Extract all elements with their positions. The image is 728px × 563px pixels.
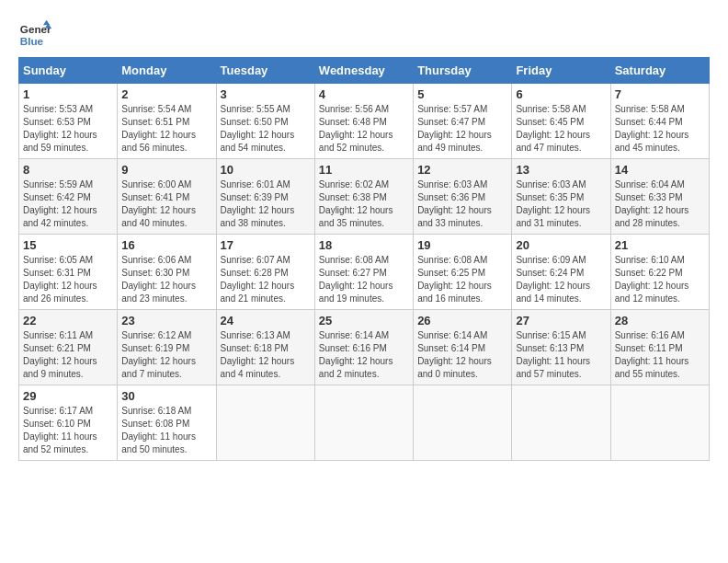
day-info: Sunrise: 5:58 AM Sunset: 6:45 PM Dayligh… bbox=[516, 103, 606, 155]
weekday-header-friday: Friday bbox=[512, 58, 610, 84]
week-row-3: 15Sunrise: 6:05 AM Sunset: 6:31 PM Dayli… bbox=[19, 235, 710, 310]
day-info: Sunrise: 6:10 AM Sunset: 6:22 PM Dayligh… bbox=[615, 254, 705, 305]
week-row-2: 8Sunrise: 5:59 AM Sunset: 6:42 PM Daylig… bbox=[19, 159, 710, 235]
day-cell: 24Sunrise: 6:13 AM Sunset: 6:18 PM Dayli… bbox=[216, 310, 314, 385]
weekday-header-row: SundayMondayTuesdayWednesdayThursdayFrid… bbox=[19, 58, 710, 84]
day-info: Sunrise: 6:03 AM Sunset: 6:35 PM Dayligh… bbox=[516, 178, 606, 230]
day-number: 22 bbox=[23, 314, 113, 327]
day-cell bbox=[512, 385, 610, 461]
day-cell: 17Sunrise: 6:07 AM Sunset: 6:28 PM Dayli… bbox=[216, 235, 314, 310]
day-number: 13 bbox=[516, 163, 606, 177]
day-info: Sunrise: 6:17 AM Sunset: 6:10 PM Dayligh… bbox=[23, 405, 113, 456]
day-number: 14 bbox=[615, 163, 705, 177]
calendar-table: SundayMondayTuesdayWednesdayThursdayFrid… bbox=[18, 57, 710, 461]
day-info: Sunrise: 6:05 AM Sunset: 6:31 PM Dayligh… bbox=[23, 254, 113, 305]
day-info: Sunrise: 6:09 AM Sunset: 6:24 PM Dayligh… bbox=[516, 254, 606, 305]
day-info: Sunrise: 5:54 AM Sunset: 6:51 PM Dayligh… bbox=[121, 103, 211, 155]
weekday-header-saturday: Saturday bbox=[610, 58, 709, 84]
week-row-5: 29Sunrise: 6:17 AM Sunset: 6:10 PM Dayli… bbox=[19, 385, 710, 461]
day-cell: 21Sunrise: 6:10 AM Sunset: 6:22 PM Dayli… bbox=[610, 235, 709, 310]
weekday-header-monday: Monday bbox=[118, 58, 216, 84]
day-number: 6 bbox=[516, 87, 606, 101]
day-number: 1 bbox=[23, 87, 113, 101]
day-cell: 6Sunrise: 5:58 AM Sunset: 6:45 PM Daylig… bbox=[512, 84, 610, 159]
day-info: Sunrise: 6:08 AM Sunset: 6:25 PM Dayligh… bbox=[417, 254, 507, 305]
weekday-header-tuesday: Tuesday bbox=[216, 58, 314, 84]
day-number: 17 bbox=[221, 238, 311, 252]
day-info: Sunrise: 6:11 AM Sunset: 6:21 PM Dayligh… bbox=[23, 329, 113, 381]
day-number: 11 bbox=[319, 163, 409, 177]
day-cell: 5Sunrise: 5:57 AM Sunset: 6:47 PM Daylig… bbox=[414, 84, 512, 159]
day-number: 15 bbox=[23, 238, 113, 252]
day-info: Sunrise: 6:04 AM Sunset: 6:33 PM Dayligh… bbox=[615, 178, 705, 230]
day-cell: 26Sunrise: 6:14 AM Sunset: 6:14 PM Dayli… bbox=[414, 310, 512, 385]
svg-text:Blue: Blue bbox=[20, 35, 44, 47]
day-info: Sunrise: 6:14 AM Sunset: 6:16 PM Dayligh… bbox=[319, 329, 409, 381]
day-number: 24 bbox=[221, 314, 311, 327]
day-cell: 18Sunrise: 6:08 AM Sunset: 6:27 PM Dayli… bbox=[314, 235, 413, 310]
day-info: Sunrise: 5:56 AM Sunset: 6:48 PM Dayligh… bbox=[319, 103, 409, 155]
day-number: 5 bbox=[417, 87, 507, 101]
day-info: Sunrise: 6:18 AM Sunset: 6:08 PM Dayligh… bbox=[121, 405, 211, 456]
day-cell: 11Sunrise: 6:02 AM Sunset: 6:38 PM Dayli… bbox=[314, 159, 413, 235]
day-info: Sunrise: 6:12 AM Sunset: 6:19 PM Dayligh… bbox=[121, 329, 211, 381]
day-cell: 27Sunrise: 6:15 AM Sunset: 6:13 PM Dayli… bbox=[512, 310, 610, 385]
day-info: Sunrise: 5:57 AM Sunset: 6:47 PM Dayligh… bbox=[417, 103, 507, 155]
day-info: Sunrise: 6:00 AM Sunset: 6:41 PM Dayligh… bbox=[121, 178, 211, 230]
day-cell: 16Sunrise: 6:06 AM Sunset: 6:30 PM Dayli… bbox=[118, 235, 216, 310]
day-cell bbox=[414, 385, 512, 461]
day-info: Sunrise: 6:13 AM Sunset: 6:18 PM Dayligh… bbox=[221, 329, 311, 381]
day-number: 2 bbox=[121, 87, 211, 101]
day-info: Sunrise: 6:01 AM Sunset: 6:39 PM Dayligh… bbox=[221, 178, 311, 230]
day-info: Sunrise: 5:59 AM Sunset: 6:42 PM Dayligh… bbox=[23, 178, 113, 230]
week-row-1: 1Sunrise: 5:53 AM Sunset: 6:53 PM Daylig… bbox=[19, 84, 710, 159]
day-cell: 7Sunrise: 5:58 AM Sunset: 6:44 PM Daylig… bbox=[610, 84, 709, 159]
day-number: 10 bbox=[221, 163, 311, 177]
page-header: General Blue bbox=[18, 18, 710, 52]
day-info: Sunrise: 6:07 AM Sunset: 6:28 PM Dayligh… bbox=[221, 254, 311, 305]
day-info: Sunrise: 5:58 AM Sunset: 6:44 PM Dayligh… bbox=[615, 103, 705, 155]
day-cell: 13Sunrise: 6:03 AM Sunset: 6:35 PM Dayli… bbox=[512, 159, 610, 235]
day-cell: 10Sunrise: 6:01 AM Sunset: 6:39 PM Dayli… bbox=[216, 159, 314, 235]
day-cell: 12Sunrise: 6:03 AM Sunset: 6:36 PM Dayli… bbox=[414, 159, 512, 235]
day-number: 28 bbox=[615, 314, 705, 327]
day-cell: 22Sunrise: 6:11 AM Sunset: 6:21 PM Dayli… bbox=[19, 310, 118, 385]
weekday-header-thursday: Thursday bbox=[414, 58, 512, 84]
day-info: Sunrise: 5:53 AM Sunset: 6:53 PM Dayligh… bbox=[23, 103, 113, 155]
weekday-header-sunday: Sunday bbox=[19, 58, 118, 84]
day-cell: 15Sunrise: 6:05 AM Sunset: 6:31 PM Dayli… bbox=[19, 235, 118, 310]
day-number: 20 bbox=[516, 238, 606, 252]
day-number: 7 bbox=[615, 87, 705, 101]
day-cell bbox=[314, 385, 413, 461]
logo: General Blue bbox=[18, 18, 51, 52]
day-number: 27 bbox=[516, 314, 606, 327]
day-number: 12 bbox=[417, 163, 507, 177]
day-cell: 9Sunrise: 6:00 AM Sunset: 6:41 PM Daylig… bbox=[118, 159, 216, 235]
day-info: Sunrise: 6:14 AM Sunset: 6:14 PM Dayligh… bbox=[417, 329, 507, 381]
day-cell bbox=[610, 385, 709, 461]
weekday-header-wednesday: Wednesday bbox=[314, 58, 413, 84]
day-number: 16 bbox=[121, 238, 211, 252]
day-cell: 8Sunrise: 5:59 AM Sunset: 6:42 PM Daylig… bbox=[19, 159, 118, 235]
day-cell: 14Sunrise: 6:04 AM Sunset: 6:33 PM Dayli… bbox=[610, 159, 709, 235]
day-info: Sunrise: 6:02 AM Sunset: 6:38 PM Dayligh… bbox=[319, 178, 409, 230]
day-info: Sunrise: 6:03 AM Sunset: 6:36 PM Dayligh… bbox=[417, 178, 507, 230]
day-cell: 29Sunrise: 6:17 AM Sunset: 6:10 PM Dayli… bbox=[19, 385, 118, 461]
day-info: Sunrise: 6:06 AM Sunset: 6:30 PM Dayligh… bbox=[121, 254, 211, 305]
day-number: 18 bbox=[319, 238, 409, 252]
day-cell: 4Sunrise: 5:56 AM Sunset: 6:48 PM Daylig… bbox=[314, 84, 413, 159]
day-number: 30 bbox=[121, 389, 211, 403]
day-cell: 2Sunrise: 5:54 AM Sunset: 6:51 PM Daylig… bbox=[118, 84, 216, 159]
day-number: 19 bbox=[417, 238, 507, 252]
day-number: 25 bbox=[319, 314, 409, 327]
day-number: 26 bbox=[417, 314, 507, 327]
day-cell: 25Sunrise: 6:14 AM Sunset: 6:16 PM Dayli… bbox=[314, 310, 413, 385]
day-cell: 20Sunrise: 6:09 AM Sunset: 6:24 PM Dayli… bbox=[512, 235, 610, 310]
day-info: Sunrise: 6:08 AM Sunset: 6:27 PM Dayligh… bbox=[319, 254, 409, 305]
day-cell: 30Sunrise: 6:18 AM Sunset: 6:08 PM Dayli… bbox=[118, 385, 216, 461]
day-number: 21 bbox=[615, 238, 705, 252]
day-cell: 1Sunrise: 5:53 AM Sunset: 6:53 PM Daylig… bbox=[19, 84, 118, 159]
day-number: 4 bbox=[319, 87, 409, 101]
logo-icon: General Blue bbox=[18, 18, 51, 52]
day-number: 8 bbox=[23, 163, 113, 177]
